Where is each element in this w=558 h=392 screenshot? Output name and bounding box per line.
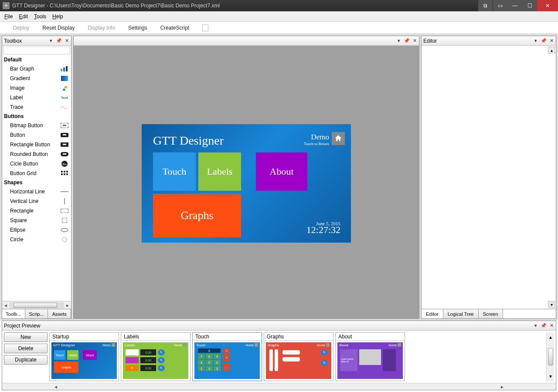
- preview-thumb-touch[interactable]: TouchTouchHome 0 = 789456123 + -: [192, 332, 262, 381]
- toolbox-panel: Toolbox ▾ 📌 ✕ DefaultBar GraphGradientIm…: [2, 36, 71, 319]
- home-icon[interactable]: [332, 132, 345, 145]
- tile-graphs[interactable]: Graphs: [153, 194, 241, 237]
- preview-thumb-image: GraphsHome ↻ ↻: [266, 342, 331, 379]
- toolbox-item-horizontal-line[interactable]: Horizontal Line: [2, 187, 71, 196]
- screen-time: 12:27:32: [306, 224, 340, 236]
- preview-thumb-about[interactable]: AboutAboutHome Lorem ipsum dolor sit: [335, 332, 405, 381]
- close-icon[interactable]: ✕: [64, 38, 69, 44]
- action-display-info[interactable]: Display Info: [88, 25, 115, 31]
- tab-editor[interactable]: Editor: [422, 309, 443, 318]
- menu-tools[interactable]: Tools: [34, 14, 46, 20]
- window-title: GTT Designer - C:\Users\Troy\Documents\B…: [12, 3, 478, 9]
- preview-thumb-graphs[interactable]: GraphsGraphsHome ↻ ↻: [264, 332, 333, 381]
- tab-assets[interactable]: Assets: [48, 309, 71, 318]
- svg-rect-3: [61, 76, 68, 81]
- toolbox-item-rounded-button[interactable]: Rounded Button: [2, 149, 71, 159]
- preview-vscroll[interactable]: ▴ ▾: [546, 332, 554, 381]
- action-settings[interactable]: Settings: [128, 25, 147, 31]
- svg-rect-24: [62, 218, 67, 223]
- svg-point-25: [61, 228, 68, 232]
- dropdown-icon[interactable]: ▾: [396, 38, 401, 44]
- dropdown-icon[interactable]: ▾: [533, 38, 538, 44]
- button-grid-icon: [61, 171, 68, 176]
- toolbox-item-image[interactable]: Image: [2, 83, 71, 93]
- toolbox-item-rectangle-button[interactable]: Rectangle Button: [2, 140, 71, 149]
- preview-thumb-image: LabelsHome 0.00 ↻ 0.00 ↻ ☀ 0.00 ↻: [123, 342, 188, 379]
- svg-rect-0: [61, 69, 62, 71]
- toolbox-item-bitmap-button[interactable]: Bitmap Button: [2, 121, 71, 130]
- toolbox-item-rectangle[interactable]: Rectangle: [2, 206, 71, 216]
- dropdown-icon[interactable]: ▾: [533, 323, 538, 328]
- window-close[interactable]: ✕: [537, 0, 558, 11]
- action-reset-display[interactable]: Reset Display: [42, 25, 75, 31]
- toolbox-hscroll[interactable]: ◂▸: [2, 301, 71, 309]
- preview-thumb-title: Graphs: [264, 333, 333, 341]
- toolbox-item-bar-graph[interactable]: Bar Graph: [2, 64, 71, 74]
- window-aux1[interactable]: ⧉: [478, 0, 493, 11]
- canvas-area[interactable]: GTT Designer Demo Touch to Return Touch …: [74, 46, 419, 318]
- preview-thumb-startup[interactable]: StartupGTT DesignerDemo Touch Labels Abo…: [49, 332, 119, 381]
- svg-rect-20: [66, 173, 68, 175]
- window-minimize[interactable]: —: [507, 0, 522, 11]
- design-screen[interactable]: GTT Designer Demo Touch to Return Touch …: [142, 124, 351, 243]
- menu-help[interactable]: Help: [52, 14, 63, 20]
- toolbox-item-label[interactable]: LabelText: [2, 93, 71, 102]
- tab-scripts[interactable]: Scrip...: [25, 309, 48, 318]
- close-icon[interactable]: ✕: [549, 38, 554, 44]
- toolbox-item-label: Cicle Button: [10, 161, 38, 167]
- vline-icon: [61, 199, 68, 204]
- preview-thumb-image: TouchHome 0 = 789456123 + -: [194, 342, 260, 379]
- editor-panel: Editor ▾ 📌 ✕ ▴ ▾ Editor Logical Tree Scr…: [421, 36, 556, 319]
- window-maximize[interactable]: ☐: [522, 0, 537, 11]
- toolbox-group: Shapes: [2, 178, 71, 187]
- duplicate-button[interactable]: Duplicate: [4, 355, 48, 365]
- rectangle-button-icon: [61, 142, 68, 147]
- bar-graph-icon: [61, 66, 68, 71]
- preview-thumb-labels[interactable]: LabelsLabelsHome 0.00 ↻ 0.00 ↻ ☀ 0.00 ↻: [121, 332, 191, 381]
- tab-toolbox[interactable]: Toolb...: [2, 309, 25, 318]
- svg-rect-10: [63, 144, 66, 145]
- preview-hscroll[interactable]: ◂▸: [2, 383, 556, 390]
- toolbox-item-label: Horizontal Line: [10, 189, 45, 195]
- app-icon: ✦: [3, 2, 10, 9]
- dropdown-icon[interactable]: ▾: [48, 38, 54, 44]
- action-create-script[interactable]: CreateScript: [160, 25, 189, 31]
- tile-labels[interactable]: Labels: [198, 152, 241, 191]
- menu-file[interactable]: File: [4, 14, 13, 20]
- toolbox-item-ellipse[interactable]: Ellipse: [2, 225, 71, 235]
- tile-touch[interactable]: Touch: [153, 152, 196, 191]
- pin-icon[interactable]: 📌: [541, 38, 546, 44]
- tab-logical-tree[interactable]: Logical Tree: [443, 309, 479, 318]
- pin-icon[interactable]: 📌: [541, 323, 546, 328]
- scroll-up-icon[interactable]: ▴: [548, 47, 555, 54]
- close-icon[interactable]: ✕: [412, 38, 417, 44]
- toolbox-item-trace[interactable]: Trace: [2, 102, 71, 112]
- close-icon[interactable]: ✕: [549, 323, 554, 328]
- svg-rect-18: [61, 173, 63, 175]
- toolbox-item-cicle-button[interactable]: Cicle ButtonBtn: [2, 159, 71, 169]
- action-deploy[interactable]: Deploy: [13, 25, 29, 31]
- toolbox-item-gradient[interactable]: Gradient: [2, 74, 71, 83]
- pin-icon[interactable]: 📌: [56, 38, 61, 44]
- pin-icon[interactable]: 📌: [404, 38, 409, 44]
- gradient-icon: [61, 76, 68, 81]
- preview-thumb-title: Labels: [121, 333, 190, 341]
- toolbox-item-button-grid[interactable]: Button Grid: [2, 169, 71, 178]
- toolbox-item-label: Image: [10, 85, 24, 91]
- window-aux2[interactable]: ▭: [493, 0, 507, 11]
- action-doc-icon[interactable]: [202, 24, 208, 31]
- toolbox-group: Default: [2, 55, 71, 64]
- scroll-down-icon[interactable]: ▾: [548, 301, 555, 308]
- delete-button[interactable]: Delete: [4, 344, 48, 353]
- tab-screen[interactable]: Screen: [479, 309, 503, 318]
- tile-about[interactable]: About: [256, 152, 307, 191]
- actionbar: Deploy Reset Display Display Info Settin…: [0, 22, 558, 34]
- toolbox-item-square[interactable]: Square: [2, 216, 71, 225]
- toolbox-item-vertical-line[interactable]: Vertical Line: [2, 196, 71, 206]
- new-button[interactable]: New: [4, 332, 48, 342]
- toolbox-search[interactable]: [3, 47, 70, 54]
- toolbox-item-button[interactable]: Button: [2, 130, 71, 140]
- toolbox-item-circle[interactable]: Circle: [2, 235, 71, 244]
- menu-edit[interactable]: Edit: [19, 14, 28, 20]
- preview-thumb-image: GTT DesignerDemo Touch Labels About Grap…: [51, 342, 117, 379]
